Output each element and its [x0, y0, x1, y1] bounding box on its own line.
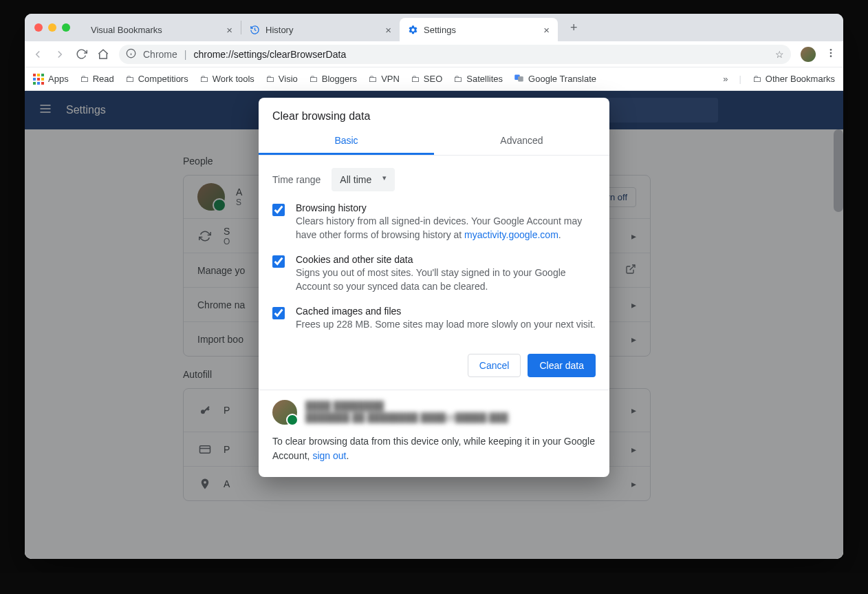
menu-button[interactable]	[825, 47, 836, 61]
history-icon	[250, 25, 260, 35]
apps-icon	[33, 74, 44, 85]
sign-out-link[interactable]: sign out	[312, 450, 346, 461]
svg-rect-7	[518, 76, 523, 82]
forward-button[interactable]	[54, 48, 66, 61]
url-separator: |	[184, 49, 187, 60]
footer-message: To clear browsing data from this device …	[272, 434, 596, 463]
browser-window: Visual Bookmarks × History × Settings × …	[25, 14, 843, 559]
folder-icon: 🗀	[199, 74, 208, 84]
bookmark-star-icon[interactable]: ☆	[775, 49, 784, 60]
account-avatar	[272, 400, 297, 425]
bookmarks-bar: Apps 🗀Read 🗀Competitiors 🗀Work tools 🗀Vi…	[25, 67, 843, 91]
toolbar: Chrome | chrome://settings/clearBrowserD…	[25, 41, 843, 67]
bookmark-folder-satellites[interactable]: 🗀Satellites	[453, 74, 503, 84]
cancel-button[interactable]: Cancel	[468, 354, 521, 377]
account-info: ████ ███████████████ ██ ████████ ████@██…	[272, 400, 596, 425]
bookmark-folder-read[interactable]: 🗀Read	[80, 74, 114, 84]
bookmark-translate[interactable]: Google Translate	[514, 73, 596, 85]
svg-point-3	[830, 49, 832, 51]
folder-icon: 🗀	[125, 74, 134, 84]
bookmark-label: Bloggers	[322, 74, 357, 84]
bookmark-label: Read	[93, 74, 114, 84]
bookmark-label: Other Bookmarks	[766, 74, 835, 84]
close-window-button[interactable]	[34, 23, 43, 32]
svg-point-4	[830, 52, 832, 54]
option-description: Signs you out of most sites. You'll stay…	[296, 266, 596, 293]
cache-checkbox[interactable]	[272, 307, 285, 319]
bookmark-label: VPN	[381, 74, 400, 84]
bookmark-label: Work tools	[213, 74, 254, 84]
time-range-select[interactable]: All time	[332, 168, 395, 191]
bookmarks-overflow[interactable]: »	[723, 74, 728, 84]
account-details-blurred: ████ ███████████████ ██ ████████ ████@██…	[305, 401, 508, 424]
folder-icon: 🗀	[265, 74, 274, 84]
option-title: Browsing history	[296, 202, 596, 213]
clear-data-button[interactable]: Clear data	[528, 354, 596, 377]
tab-label: Settings	[424, 25, 539, 35]
bookmark-label: SEO	[424, 74, 442, 84]
myactivity-link[interactable]: myactivity.google.com	[464, 229, 558, 240]
dialog-actions: Cancel Clear data	[259, 344, 609, 390]
bookmark-label: Visio	[279, 74, 298, 84]
bookmark-folder-vpn[interactable]: 🗀VPN	[368, 74, 400, 84]
profile-avatar[interactable]	[801, 47, 816, 62]
time-range-label: Time range	[272, 174, 321, 185]
folder-icon: 🗀	[368, 74, 377, 84]
url-text: chrome://settings/clearBrowserData	[193, 49, 346, 60]
option-description: Clears history from all signed-in device…	[296, 215, 596, 242]
maximize-window-button[interactable]	[62, 23, 70, 32]
dialog-title: Clear browsing data	[259, 98, 609, 128]
tab-label: History	[265, 25, 381, 35]
dialog-tabs: Basic Advanced	[259, 128, 609, 156]
bookmark-label: Satellites	[466, 74, 503, 84]
folder-icon: 🗀	[411, 74, 420, 84]
svg-point-5	[830, 55, 832, 57]
bookmark-folder-bloggers[interactable]: 🗀Bloggers	[309, 74, 357, 84]
url-prefix: Chrome	[143, 49, 177, 60]
time-range-row: Time range All time	[272, 168, 596, 191]
back-button[interactable]	[32, 48, 44, 61]
option-title: Cookies and other site data	[296, 254, 596, 265]
option-title: Cached images and files	[296, 306, 596, 317]
folder-icon: 🗀	[752, 74, 761, 84]
close-icon[interactable]: ×	[543, 24, 550, 36]
folder-icon: 🗀	[453, 74, 462, 84]
bookmark-folder-visio[interactable]: 🗀Visio	[265, 74, 298, 84]
bookmark-folder-worktools[interactable]: 🗀Work tools	[199, 74, 254, 84]
reload-button[interactable]	[76, 48, 87, 60]
clear-browsing-data-dialog: Clear browsing data Basic Advanced Time …	[259, 98, 609, 477]
gear-icon	[408, 25, 418, 35]
home-button[interactable]	[97, 48, 109, 61]
new-tab-button[interactable]: +	[565, 18, 583, 38]
folder-icon: 🗀	[80, 74, 89, 84]
tab-visual-bookmarks[interactable]: Visual Bookmarks ×	[83, 18, 241, 41]
dialog-body: Time range All time Browsing history Cle…	[259, 156, 609, 332]
translate-icon	[514, 73, 524, 85]
option-cache: Cached images and files Frees up 228 MB.…	[272, 306, 596, 332]
apps-shortcut[interactable]: Apps	[33, 74, 69, 85]
close-icon[interactable]: ×	[226, 24, 232, 36]
bookmark-label: Google Translate	[528, 74, 596, 84]
tab-settings[interactable]: Settings ×	[400, 18, 558, 41]
other-bookmarks[interactable]: 🗀Other Bookmarks	[752, 74, 835, 84]
option-browsing-history: Browsing history Clears history from all…	[272, 202, 596, 242]
bookmark-label: Competitiors	[138, 74, 188, 84]
tab-history[interactable]: History ×	[241, 18, 400, 41]
bookmark-folder-seo[interactable]: 🗀SEO	[411, 74, 442, 84]
site-info-icon[interactable]	[126, 48, 136, 61]
tab-strip: Visual Bookmarks × History × Settings × …	[25, 14, 843, 41]
tab-basic[interactable]: Basic	[259, 128, 434, 155]
address-bar[interactable]: Chrome | chrome://settings/clearBrowserD…	[119, 45, 791, 64]
minimize-window-button[interactable]	[48, 23, 56, 32]
close-icon[interactable]: ×	[385, 24, 391, 36]
cookies-checkbox[interactable]	[272, 255, 285, 268]
tab-advanced[interactable]: Advanced	[434, 128, 609, 155]
window-controls	[34, 23, 70, 32]
browsing-history-checkbox[interactable]	[272, 204, 285, 216]
bookmark-folder-competitors[interactable]: 🗀Competitiors	[125, 74, 188, 84]
dialog-footer: ████ ███████████████ ██ ████████ ████@██…	[259, 390, 609, 477]
option-description: Frees up 228 MB. Some sites may load mor…	[296, 318, 596, 332]
apps-label: Apps	[48, 74, 69, 84]
content-area: Settings People A S Turn off	[25, 91, 843, 559]
folder-icon: 🗀	[309, 74, 318, 84]
